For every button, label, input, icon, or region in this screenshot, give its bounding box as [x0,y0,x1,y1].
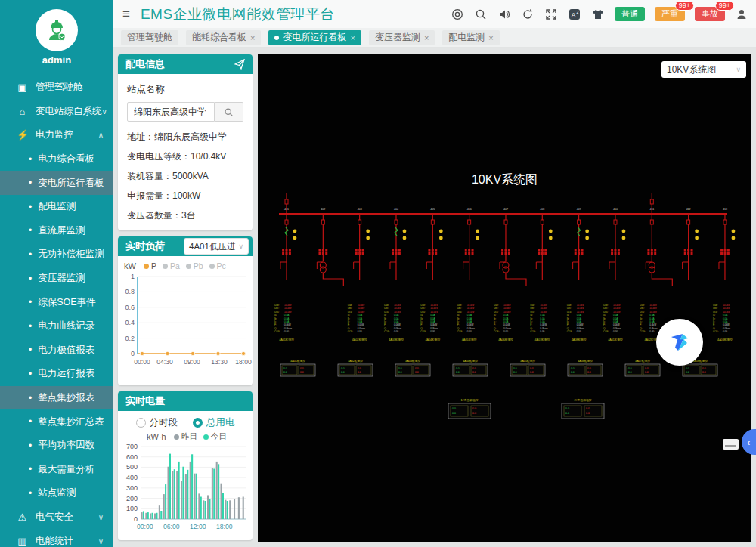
sidebar-item-9[interactable]: •综保SOE事件 [0,290,113,314]
sidebar-item-12[interactable]: •电力运行报表 [0,362,113,386]
record-circle-icon[interactable] [451,8,464,21]
alarm-badge-2[interactable]: 事故99+ [695,7,725,21]
svg-text:Q:: Q: [567,327,569,330]
svg-text:Ia:: Ia: [420,314,423,317]
send-icon[interactable] [234,59,245,70]
fullscreen-icon[interactable] [544,8,558,21]
sidebar-item-10[interactable]: •电力曲线记录 [0,314,113,338]
panel-header: 实时电量 [118,391,253,411]
svg-text:10.5kV: 10.5kV [613,311,621,314]
search-icon[interactable] [474,8,488,21]
sidebar-item-17[interactable]: •站点监测 [0,481,113,505]
sidebar-item-6[interactable]: •直流屏监测 [0,219,113,243]
svg-text:0.0A: 0.0A [649,314,655,317]
tab-0[interactable]: 管理驾驶舱 [121,30,178,45]
close-icon[interactable]: × [350,33,355,42]
svg-text:0.0A: 0.0A [467,314,472,317]
close-icon[interactable]: × [488,33,493,42]
svg-text:COS:: COS: [494,330,500,333]
alarm-badge-1[interactable]: 严重99+ [655,7,685,21]
svg-text:0.0kW: 0.0kW [358,323,364,326]
svg-text:0.0: 0.0 [586,407,590,410]
tab-3[interactable]: 变压器监测× [369,30,435,45]
legend-item-Pa[interactable]: Pa [163,261,180,270]
active-dot-icon [274,36,279,40]
sidebar-item-15[interactable]: •平均功率因数 [0,434,113,458]
svg-text:0.0A: 0.0A [649,320,655,323]
sidebar-item-2[interactable]: ⚡电力监控∧ [0,123,113,147]
sidebar-item-4[interactable]: •变电所运行看板 [0,171,113,195]
svg-text:0.0: 0.0 [358,371,361,374]
sidebar-item-19[interactable]: ▥电能统计∨ [0,529,113,547]
svg-text:402: 402 [321,208,325,211]
svg-text:Ib:: Ib: [713,317,716,320]
station-search-button[interactable] [215,102,243,122]
tab-4[interactable]: 配电监测× [442,30,499,45]
svg-text:Uab:: Uab: [567,304,572,307]
tab-1[interactable]: 能耗综合看板× [186,30,261,45]
user-icon[interactable] [735,8,748,21]
radio-总用电[interactable]: 总用电 [193,416,235,429]
svg-text:Uca:: Uca: [420,311,426,314]
avatar[interactable] [36,9,78,51]
close-icon[interactable]: × [424,33,429,42]
sidebar-item-13[interactable]: •整点集抄报表 [0,386,113,410]
energy-mode-radios: 分时段总用电 [118,416,253,429]
sidebar-item-14[interactable]: •整点集抄汇总表 [0,409,113,434]
close-icon[interactable]: × [250,33,255,42]
diagram-select[interactable]: 10KV系统图 ∨ [662,61,746,78]
search-icon [224,107,234,117]
svg-text:09:00: 09:00 [184,358,200,366]
svg-text:Ic:: Ic: [494,320,496,323]
svg-text:Ic:: Ic: [603,320,606,323]
legend-item-P[interactable]: P [144,261,156,270]
sidebar-item-11[interactable]: •电力极值报表 [0,338,113,363]
sidebar-item-7[interactable]: •无功补偿柜监测 [0,243,113,267]
legend-item-昨日[interactable]: 昨日 [174,431,197,442]
svg-text:COS:: COS: [530,330,536,333]
theme-shirt-icon[interactable] [591,8,605,21]
svg-text:0.0A: 0.0A [613,320,618,323]
bullet-icon: • [29,393,32,403]
hamburger-menu-icon[interactable]: ≡ [122,7,130,22]
refresh-icon[interactable] [521,8,534,21]
sidebar-item-1[interactable]: ⌂变电站综自系统∨ [0,100,113,124]
svg-text:0.00: 0.00 [613,330,618,333]
sidebar-item-3[interactable]: •电力综合看板 [0,147,113,172]
sidebar-item-5[interactable]: •配电监测 [0,195,113,219]
sidebar-item-18[interactable]: ⚠电气安全∨ [0,505,113,530]
detail-row-2: 装机容量：5000kVA [127,170,243,183]
legend-item-Pb[interactable]: Pb [186,261,203,270]
feeder-select[interactable]: 4A01低压进 ∨ [184,238,249,255]
legend-item-Pc[interactable]: Pc [209,261,226,270]
svg-text:0.0kvar: 0.0kvar [358,327,365,330]
panel-header: 配电信息 [118,54,253,74]
bullet-icon: • [29,154,32,165]
volume-icon[interactable] [497,8,511,21]
svg-text:Ubc:: Ubc: [713,307,718,310]
alarm-badge-0[interactable]: 普通 [615,7,645,21]
svg-text:P:: P: [274,323,277,326]
svg-text:0.0A: 0.0A [503,320,509,323]
sidebar-item-0[interactable]: ▣管理驾驶舱 [0,76,113,100]
svg-text:10.4kV: 10.4kV [394,304,402,307]
diagram-title: 10KV系统图 [258,172,751,188]
svg-text:Q:: Q: [274,327,277,330]
station-name-input[interactable] [127,102,215,122]
svg-text:0.0kW: 0.0kW [649,323,656,326]
sidebar-item-16[interactable]: •最大需量分析 [0,458,113,482]
radio-分时段[interactable]: 分时段 [136,416,178,429]
legend-item-今日[interactable]: 今日 [203,431,227,442]
radio-label: 分时段 [150,416,178,429]
sidebar-item-8[interactable]: •变压器监测 [0,267,113,291]
svg-text:Ia:: Ia: [384,314,387,317]
svg-text:P:: P: [457,323,460,326]
svg-text:Ib:: Ib: [274,317,277,320]
svg-text:Ubc:: Ubc: [603,307,609,310]
tab-2[interactable]: 变电所运行看板× [268,30,361,45]
user-name: admin [0,54,113,66]
svg-text:Q:: Q: [457,327,460,330]
svg-text:Ia:: Ia: [274,314,277,317]
svg-text:407: 407 [503,208,508,211]
translate-icon[interactable]: A2 [568,8,581,21]
